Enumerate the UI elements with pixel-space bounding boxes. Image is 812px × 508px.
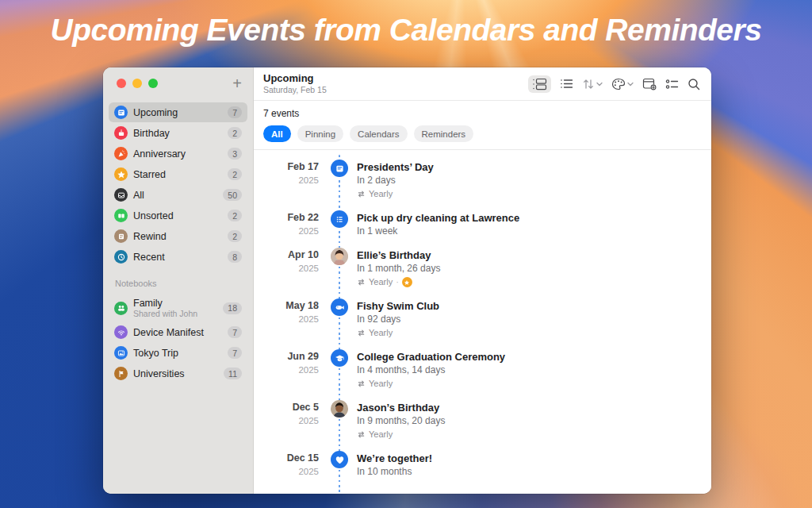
timeline-event[interactable]: Jun 29 2025 College Graduation Ceremony … [254, 350, 711, 391]
event-year: 2025 [254, 262, 319, 275]
sidebar-smart-lists: Upcoming 7 Birthday 2 Anniversary 3 [103, 99, 253, 267]
sidebar-item-label: Anniversary [133, 148, 186, 160]
timeline-event[interactable]: May 18 2025 Fishy Swim Club In 92 days Y… [254, 299, 711, 340]
checklist-button[interactable] [665, 79, 679, 90]
sidebar-item-rewind[interactable]: Rewind 2 [109, 226, 247, 246]
repeat-icon [357, 379, 366, 388]
add-button[interactable]: + [232, 75, 242, 91]
starred-badge-icon [402, 277, 412, 287]
filter-chip-all[interactable]: All [263, 125, 291, 142]
sidebar-item-label: Device Manifest [133, 327, 204, 338]
photo-icon [114, 346, 128, 360]
minimize-button[interactable] [132, 79, 142, 88]
event-date: Jun 29 [254, 350, 319, 364]
close-button[interactable] [117, 79, 126, 88]
timeline-event[interactable]: Apr 10 2025 Ellie’s Birthday In 1 month,… [254, 248, 711, 289]
timeline-event[interactable]: Dec 5 2025 Jason’s Birthday In 9 months,… [254, 401, 711, 441]
appearance-palette-button[interactable] [611, 78, 634, 90]
timeline-event[interactable]: Feb 22 2025 Pick up dry cleaning at Lawr… [254, 211, 711, 238]
count-badge: 2 [228, 210, 242, 221]
event-recurrence: Yearly [357, 326, 439, 340]
event-title: Presidents’ Day [357, 160, 434, 174]
filter-chip-reminders[interactable]: Reminders [414, 125, 474, 142]
hero-title: Upcoming Events from Calendars and Remin… [0, 13, 812, 48]
tray-icon [114, 188, 128, 202]
event-title: Ellie’s Birthday [357, 248, 440, 262]
calendar-icon [331, 160, 348, 177]
event-date: Dec 15 [254, 452, 319, 465]
sidebar-item-birthday[interactable]: Birthday 2 [109, 123, 247, 143]
timeline-event[interactable]: Dec 15 2025 We’re together! In 10 months [254, 452, 711, 479]
count-badge: 2 [228, 168, 242, 180]
event-title: Pick up dry cleaning at Lawrence [357, 211, 519, 225]
app-window: + Upcoming 7 Birthday 2 Ann [103, 67, 711, 494]
people-icon [114, 302, 128, 315]
event-year: 2025 [254, 313, 319, 326]
timeline-view-button[interactable] [528, 75, 551, 93]
sidebar: + Upcoming 7 Birthday 2 Ann [103, 67, 254, 494]
sidebar-item-recent[interactable]: Recent 8 [109, 247, 247, 267]
repeat-icon [357, 430, 366, 439]
count-badge: 7 [228, 326, 242, 338]
event-recurrence: Yearly [357, 428, 445, 441]
event-countdown: In 10 months [357, 465, 432, 479]
notebooks-section-label: Notebooks [115, 279, 241, 288]
event-title: Fishy Swim Club [357, 299, 439, 313]
filter-chip-calendars[interactable]: Calendars [350, 125, 407, 142]
traffic-lights [117, 79, 158, 88]
sidebar-item-label: Tokyo Trip [133, 348, 178, 359]
event-recurrence: Yearly [357, 377, 505, 391]
sidebar-item-label: Unsorted [133, 210, 174, 221]
zoom-button[interactable] [148, 79, 158, 88]
sidebar-item-anniversary[interactable]: Anniversary 3 [109, 144, 247, 164]
sidebar-item-label: Birthday [133, 128, 170, 139]
sidebar-item-unsorted[interactable]: Unsorted 2 [109, 206, 247, 225]
event-countdown: In 1 week [357, 225, 519, 238]
avatar [331, 248, 348, 265]
sort-button[interactable] [582, 78, 603, 90]
list-view-button[interactable] [560, 78, 573, 90]
count-badge: 11 [224, 368, 242, 379]
filter-chip-pinning[interactable]: Pinning [297, 125, 343, 142]
event-countdown: In 1 month, 26 days [357, 262, 440, 275]
repeat-icon [357, 190, 366, 198]
event-year: 2025 [254, 414, 319, 428]
sidebar-item-family[interactable]: Family Shared with John 18 [109, 294, 247, 321]
event-year: 2025 [254, 364, 319, 377]
journal-icon [114, 229, 128, 243]
repeat-icon [357, 278, 366, 287]
sidebar-item-label: Rewind [133, 231, 167, 242]
event-year: 2025 [254, 465, 319, 479]
main-panel: Upcoming Saturday, Feb 15 [254, 67, 711, 494]
event-recurrence: Yearly · [357, 275, 440, 289]
sidebar-item-upcoming[interactable]: Upcoming 7 [109, 102, 247, 122]
sidebar-item-device-manifest[interactable]: Device Manifest 7 [109, 322, 247, 342]
new-event-calendar-button[interactable] [642, 77, 657, 90]
count-badge: 18 [223, 302, 242, 314]
sidebar-item-all[interactable]: All 50 [109, 185, 247, 205]
graduation-cap-icon [331, 349, 348, 367]
fish-icon [331, 298, 348, 316]
sidebar-item-label: Family [133, 298, 197, 309]
calendar-icon [114, 106, 128, 119]
event-date: Apr 10 [254, 248, 319, 262]
count-badge: 8 [228, 251, 242, 263]
event-title: We’re together! [357, 452, 432, 465]
event-date: Feb 22 [254, 211, 319, 225]
events-count: 7 events [263, 108, 702, 119]
count-badge: 2 [228, 127, 242, 139]
timeline-event[interactable]: Feb 17 2025 Presidents’ Day In 2 days Ye… [254, 160, 711, 201]
count-badge: 3 [228, 148, 242, 160]
search-icon[interactable] [688, 78, 700, 90]
sidebar-item-tokyo-trip[interactable]: Tokyo Trip 7 [109, 343, 247, 363]
window-titlebar: + [103, 67, 253, 99]
star-icon [114, 167, 128, 181]
squares-icon [114, 209, 128, 222]
filter-bar: 7 events All Pinning Calendars Reminders [254, 101, 711, 150]
sidebar-item-universities[interactable]: Universities 11 [109, 364, 247, 383]
event-countdown: In 92 days [357, 313, 439, 326]
sidebar-item-starred[interactable]: Starred 2 [109, 164, 247, 184]
event-recurrence: Yearly [357, 187, 434, 201]
page-subtitle: Saturday, Feb 15 [263, 85, 327, 95]
avatar [331, 400, 348, 418]
